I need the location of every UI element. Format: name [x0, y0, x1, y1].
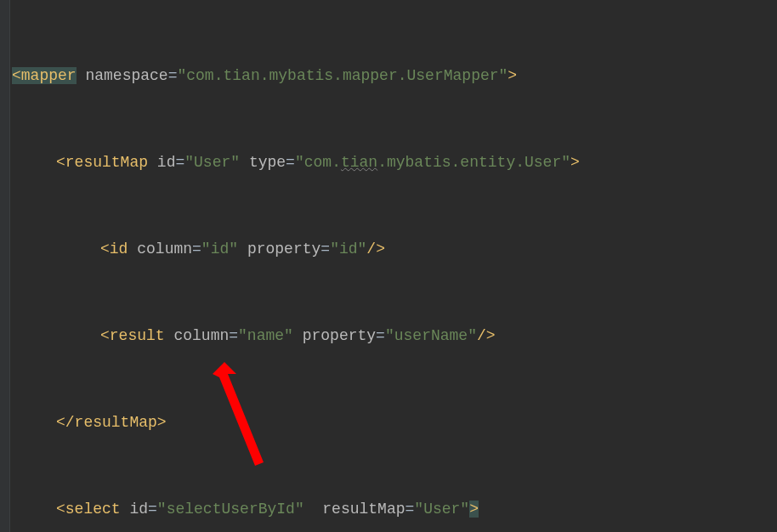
- tag-select: select: [65, 501, 121, 518]
- code-line[interactable]: </resultMap>: [12, 408, 777, 437]
- attr-namespace: namespace: [85, 67, 167, 84]
- tag-resultmap: resultMap: [65, 154, 148, 171]
- code-line[interactable]: <select id="selectUserById" resultMap="U…: [12, 495, 777, 524]
- code-line[interactable]: <resultMap id="User" type="com.tian.myba…: [12, 148, 777, 177]
- tag-resultmap-close: resultMap: [75, 414, 157, 431]
- code-editor[interactable]: <mapper namespace="com.tian.mybatis.mapp…: [0, 0, 777, 532]
- code-line[interactable]: <id column="id" property="id"/>: [12, 235, 777, 263]
- typo-mark: tian: [341, 154, 377, 171]
- tag-mapper: mapper: [21, 67, 77, 84]
- tag-result: result: [110, 327, 165, 344]
- code-line[interactable]: <mapper namespace="com.tian.mybatis.mapp…: [12, 61, 777, 90]
- tag-id: id: [110, 241, 128, 258]
- attr-val: "com.tian.mybatis.mapper.UserMapper": [177, 67, 508, 84]
- tag-open-bracket: <: [12, 67, 21, 84]
- code-line[interactable]: <result column="name" property="userName…: [12, 321, 777, 350]
